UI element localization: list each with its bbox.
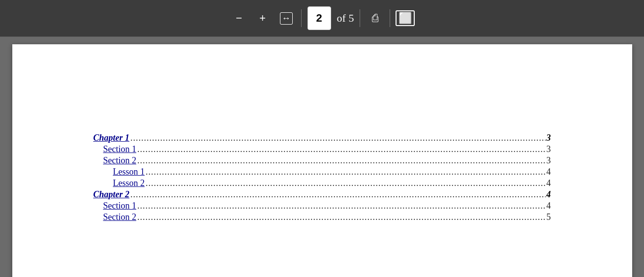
toc-entry-section1-2[interactable]: Section 2...............................… — [93, 155, 551, 166]
page-sheet: Chapter 1...............................… — [12, 44, 632, 277]
toc-label-chapter1: Chapter 1 — [93, 133, 130, 143]
history-icon: ⎙ — [372, 12, 378, 25]
divider-left — [301, 9, 302, 27]
toc-label-lesson1-1: Lesson 1 — [113, 167, 145, 177]
toc-entry-lesson1-1[interactable]: Lesson 1................................… — [93, 167, 551, 177]
zoom-out-button[interactable]: − — [230, 9, 248, 27]
toc-dots-section2-1: ........................................… — [137, 201, 546, 211]
toc-page-section1-2: 3 — [547, 155, 551, 166]
toc-label-chapter2: Chapter 2 — [93, 189, 130, 200]
toc-dots-section1-2: ........................................… — [137, 155, 546, 166]
divider-right — [390, 9, 390, 27]
toc-entry-section2-2[interactable]: Section 2...............................… — [93, 212, 551, 222]
toc-entry-lesson1-2[interactable]: Lesson 2................................… — [93, 178, 551, 188]
fit-icon: ↔ — [280, 12, 293, 25]
toc-entry-section1-1[interactable]: Section 1...............................… — [93, 144, 551, 154]
zoom-in-button[interactable]: + — [254, 9, 272, 27]
toc-entry-chapter1[interactable]: Chapter 1...............................… — [93, 133, 551, 143]
toc-label-section1-1: Section 1 — [103, 144, 137, 154]
toc-page-section2-1: 4 — [547, 201, 551, 211]
toc-page-lesson1-1: 4 — [547, 167, 551, 177]
toc-dots-section1-1: ........................................… — [137, 144, 546, 154]
toc-entry-section2-1[interactable]: Section 1...............................… — [93, 201, 551, 211]
page-area: Chapter 1...............................… — [0, 37, 644, 277]
toc-page-section1-1: 3 — [547, 144, 551, 154]
toc-page-lesson1-2: 4 — [547, 178, 551, 188]
fit-page-button[interactable]: ↔ — [277, 9, 295, 27]
toc-dots-chapter1: ........................................… — [130, 133, 545, 143]
divider-mid — [360, 9, 360, 27]
toc-label-lesson1-2: Lesson 2 — [113, 178, 145, 188]
toc-label-section1-2: Section 2 — [103, 155, 137, 166]
page-of-label: of 5 — [337, 12, 354, 25]
toc-entry-chapter2[interactable]: Chapter 2...............................… — [93, 189, 551, 200]
toc-page-chapter1: 3 — [547, 133, 551, 143]
layers-icon: ⬜ — [396, 10, 415, 26]
toc-label-section2-2: Section 2 — [103, 212, 137, 222]
layers-button[interactable]: ⬜ — [396, 9, 414, 27]
toc-dots-section2-2: ........................................… — [137, 212, 546, 222]
toc-page-chapter2: 4 — [547, 189, 551, 200]
toolbar: − + ↔ of 5 ⎙ ⬜ — [0, 0, 644, 37]
page-number-input[interactable] — [307, 6, 331, 30]
toc-label-section2-1: Section 1 — [103, 201, 137, 211]
toc-dots-chapter2: ........................................… — [130, 189, 545, 200]
toc-dots-lesson1-2: ........................................… — [146, 178, 546, 188]
history-button[interactable]: ⎙ — [366, 9, 384, 27]
toc-page-section2-2: 5 — [547, 212, 551, 222]
toc-dots-lesson1-1: ........................................… — [146, 167, 546, 177]
toc-container: Chapter 1...............................… — [93, 133, 551, 223]
